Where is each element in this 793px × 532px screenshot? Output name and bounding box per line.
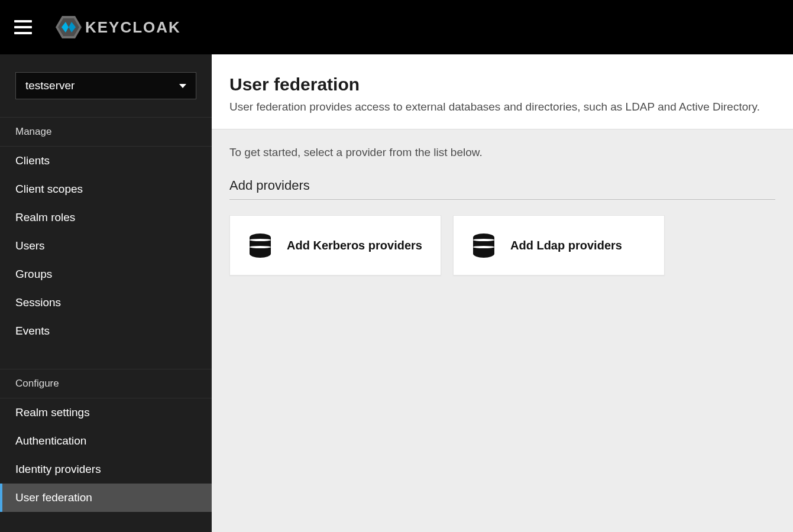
nav-label: Sessions — [15, 296, 61, 309]
sidebar: testserver Manage Clients Client scopes … — [0, 54, 212, 532]
sidebar-item-groups[interactable]: Groups — [0, 260, 212, 288]
page-description: User federation provides access to exter… — [229, 100, 775, 113]
realm-selector[interactable]: testserver — [15, 72, 196, 99]
nav-label: Clients — [15, 154, 50, 167]
nav-label: User federation — [15, 491, 92, 504]
svg-point-12 — [473, 239, 494, 241]
nav-section-configure: Configure Realm settings Authentication … — [0, 369, 212, 512]
nav-label: Groups — [15, 268, 52, 280]
sidebar-item-clients[interactable]: Clients — [0, 147, 212, 175]
main-content: User federation User federation provides… — [212, 54, 793, 532]
realm-selected-label: testserver — [25, 79, 75, 92]
sidebar-item-client-scopes[interactable]: Client scopes — [0, 175, 212, 203]
hamburger-menu-icon[interactable] — [14, 20, 32, 34]
page-title: User federation — [229, 74, 775, 95]
sidebar-item-sessions[interactable]: Sessions — [0, 288, 212, 317]
sidebar-item-authentication[interactable]: Authentication — [0, 427, 212, 455]
database-icon — [248, 233, 273, 258]
sidebar-item-realm-roles[interactable]: Realm roles — [0, 203, 212, 232]
nav-label: Identity providers — [15, 463, 101, 475]
sidebar-item-events[interactable]: Events — [0, 317, 212, 345]
card-label: Add Kerberos providers — [287, 239, 422, 252]
sidebar-item-identity-providers[interactable]: Identity providers — [0, 455, 212, 484]
brand-name: KEYCLOAK — [85, 18, 181, 37]
svg-point-7 — [250, 239, 271, 241]
caret-down-icon — [179, 84, 186, 88]
section-label-manage: Manage — [0, 118, 212, 147]
nav-label: Users — [15, 239, 45, 252]
section-label-configure: Configure — [0, 369, 212, 398]
brand-logo[interactable]: KEYCLOAK — [56, 16, 181, 38]
nav-label: Client scopes — [15, 183, 83, 195]
page-intro: To get started, select a provider from t… — [229, 146, 775, 159]
page-header: User federation User federation provides… — [212, 54, 793, 129]
sidebar-item-users[interactable]: Users — [0, 232, 212, 260]
nav-label: Realm roles — [15, 211, 75, 223]
page-body: To get started, select a provider from t… — [212, 129, 793, 292]
provider-card-kerberos[interactable]: Add Kerberos providers — [229, 215, 441, 275]
svg-point-8 — [250, 246, 271, 248]
nav-label: Authentication — [15, 434, 86, 447]
add-providers-title: Add providers — [229, 178, 775, 200]
card-label: Add Ldap providers — [510, 239, 622, 252]
provider-cards: Add Kerberos providers Add Ldap provider… — [229, 215, 775, 275]
nav-label: Realm settings — [15, 406, 90, 419]
sidebar-item-user-federation[interactable]: User federation — [0, 484, 212, 512]
topbar: KEYCLOAK — [0, 0, 793, 54]
sidebar-item-realm-settings[interactable]: Realm settings — [0, 398, 212, 427]
svg-point-13 — [473, 246, 494, 248]
provider-card-ldap[interactable]: Add Ldap providers — [453, 215, 665, 275]
database-icon — [471, 233, 496, 258]
nav-section-manage: Manage Clients Client scopes Realm roles… — [0, 117, 212, 345]
keycloak-logo-icon — [56, 16, 82, 38]
nav-label: Events — [15, 325, 50, 337]
